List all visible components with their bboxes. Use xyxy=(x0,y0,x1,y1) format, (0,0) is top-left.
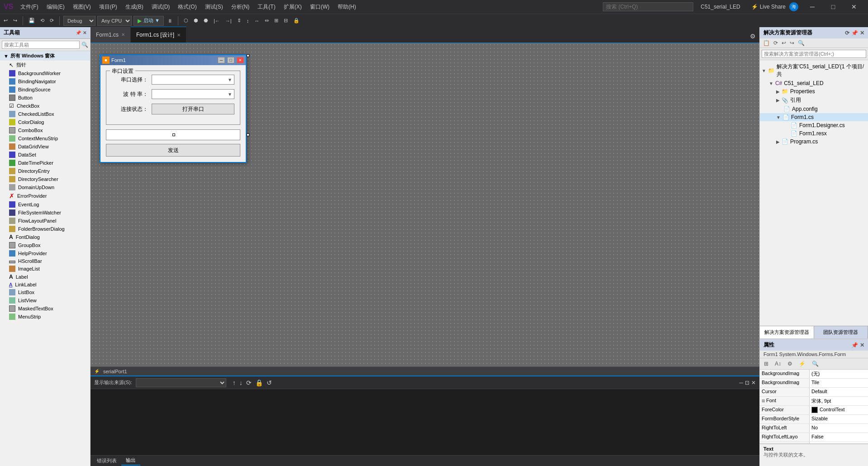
prop-value-formborderstyle[interactable]: Sizable xyxy=(810,415,868,423)
toolbox-item-button[interactable]: Button xyxy=(0,94,90,102)
prop-value-cursor[interactable]: Default xyxy=(810,388,868,396)
toolbox-search-input[interactable] xyxy=(2,41,80,49)
toolbar-align-btn-6[interactable]: ⇕ xyxy=(235,17,243,24)
toolbar-align-btn-3[interactable]: ⬣ xyxy=(202,17,210,24)
tab-form1-cs[interactable]: Form1.cs ✕ xyxy=(91,27,131,43)
tree-solution-root[interactable]: ▼ 📁 解决方案'C51_serial_LED'(1 个项目/共 xyxy=(760,62,868,79)
prop-value-backgroundimage[interactable]: (无) xyxy=(810,370,868,378)
menu-debug[interactable]: 调试(D) xyxy=(148,2,174,12)
menu-format[interactable]: 格式(O) xyxy=(174,2,200,12)
toolbox-item-dataset[interactable]: DataSet xyxy=(0,151,90,159)
output-down-btn[interactable]: ↓ xyxy=(238,379,243,386)
menu-view[interactable]: 视图(V) xyxy=(69,2,95,12)
tree-properties[interactable]: ▶ 📁 Properties xyxy=(760,87,868,95)
toolbar-align-btn-5[interactable]: →| xyxy=(224,17,234,24)
maximize-button[interactable]: □ xyxy=(823,0,844,14)
props-search-btn[interactable]: 🔍 xyxy=(810,359,821,368)
toolbox-item-flowlayoutpanel[interactable]: FlowLayoutPanel xyxy=(0,217,90,225)
toolbox-item-checkedlistbox[interactable]: CheckedListBox xyxy=(0,110,90,118)
toolbox-item-datetimepicker[interactable]: DateTimePicker xyxy=(0,159,90,167)
prop-value-font[interactable]: 宋体, 9pt xyxy=(810,397,868,405)
menu-tools[interactable]: 工具(T) xyxy=(254,2,279,12)
toolbox-item-domainupdown[interactable]: DomainUpDown xyxy=(0,183,90,191)
solution-explorer-footer-tab[interactable]: 解决方案资源管理器 xyxy=(760,326,814,338)
toolbox-pin-icon[interactable]: 📌 xyxy=(76,30,81,35)
output-wrap-btn[interactable]: ↺ xyxy=(266,379,273,386)
close-button[interactable]: ✕ xyxy=(844,0,864,14)
solution-search-input[interactable] xyxy=(762,50,866,58)
toolbox-item-directorysearcher[interactable]: DirectorySearcher xyxy=(0,175,90,183)
minimize-button[interactable]: ─ xyxy=(802,0,823,14)
form-minimize-btn[interactable]: ─ xyxy=(218,57,225,63)
solution-sync-icon[interactable]: ⟳ xyxy=(845,30,849,36)
toolbox-item-maskedtextbox[interactable]: MaskedTextBox xyxy=(0,304,90,313)
tree-programcs[interactable]: ▶ 📄 Program.cs xyxy=(760,138,868,146)
props-alphabetical-btn[interactable]: A↕ xyxy=(773,359,783,368)
output-float-icon[interactable]: ⊡ xyxy=(745,380,749,386)
baud-dropdown[interactable]: ▼ xyxy=(152,89,234,99)
toolbox-item-folderbrowserdialog[interactable]: FolderBrowserDialog xyxy=(0,225,90,233)
resize-handle-right[interactable] xyxy=(247,54,249,57)
prop-value-righttoleftlayout[interactable]: False xyxy=(810,433,868,442)
toolbox-item-listview[interactable]: ListView xyxy=(0,296,90,304)
prop-value-forecolor[interactable]: ControlText xyxy=(810,406,868,414)
toolbar-align-btn-1[interactable]: ⬡ xyxy=(182,17,190,24)
prop-value-righttoleft[interactable]: No xyxy=(810,424,868,433)
toolbox-item-errorprovider[interactable]: ✗ ErrorProvider xyxy=(0,191,90,200)
output-clear-btn[interactable]: ⟳ xyxy=(245,379,253,386)
toolbox-item-pointer[interactable]: ↖ 指针 xyxy=(0,61,90,69)
prop-value-backgroundimagelayout[interactable]: Tile xyxy=(810,379,868,387)
output-lock-btn[interactable]: 🔒 xyxy=(254,379,264,386)
global-search-input[interactable] xyxy=(603,2,693,11)
solution-tool-filter[interactable]: 🔍 xyxy=(796,39,806,47)
tree-references[interactable]: ▶ 📎 引用 xyxy=(760,95,868,105)
solution-close-icon[interactable]: ✕ xyxy=(860,30,864,36)
toolbar-align-btn-8[interactable]: ↔ xyxy=(253,17,261,24)
toolbox-item-checkbox[interactable]: ☑ CheckBox xyxy=(0,102,90,110)
menu-extend[interactable]: 扩展(X) xyxy=(280,2,305,12)
toolbar-align-btn-7[interactable]: ↕ xyxy=(245,17,251,24)
toolbar-save-btn[interactable]: 💾 xyxy=(27,17,37,24)
menu-test[interactable]: 测试(S) xyxy=(201,2,227,12)
toolbox-item-fontdialog[interactable]: A FontDialog xyxy=(0,233,90,241)
tab-settings-icon[interactable]: ⚙ xyxy=(746,30,759,43)
open-port-button[interactable]: 打开串口 xyxy=(152,104,234,114)
solution-tool-props[interactable]: 📋 xyxy=(762,39,771,47)
form-maximize-btn[interactable]: □ xyxy=(227,57,234,63)
tree-appconfig[interactable]: 📄 App.config xyxy=(760,105,868,113)
toolbox-item-groupbox[interactable]: GroupBox xyxy=(0,241,90,249)
tree-project[interactable]: ▼ C# C51_serial_LED xyxy=(760,79,868,87)
designer-area[interactable]: ■ Form1 ─ □ ✕ 串口设置 串口选择： xyxy=(91,43,759,366)
toolbox-item-eventlog[interactable]: EventLog xyxy=(0,200,90,209)
tab-output[interactable]: 输出 xyxy=(121,456,140,466)
toolbar-pause-btn[interactable]: ⏸ xyxy=(166,17,174,24)
menu-help[interactable]: 帮助(H) xyxy=(334,2,360,12)
toolbox-item-menustrip[interactable]: MenuStrip xyxy=(0,313,90,321)
toolbox-item-bindingsource[interactable]: BindingSource xyxy=(0,86,90,94)
toolbar-redo-btn[interactable]: ⟳ xyxy=(48,17,56,24)
output-source-select[interactable] xyxy=(136,378,226,387)
toolbar-forward-btn[interactable]: ↪ xyxy=(11,17,19,24)
toolbox-item-datagridview[interactable]: DataGridView xyxy=(0,143,90,151)
toolbar-align-btn-4[interactable]: |← xyxy=(212,17,222,24)
toolbox-item-bindingnavigator[interactable]: BindingNavigator xyxy=(0,77,90,86)
tab-form1-designer[interactable]: Form1.cs [设计] ✕ xyxy=(131,27,186,43)
toolbar-align-btn-12[interactable]: 🔒 xyxy=(291,17,301,24)
toolbar-undo-btn[interactable]: ⟲ xyxy=(38,17,46,24)
user-avatar[interactable]: 海 xyxy=(789,2,798,11)
toolbox-item-linklabel[interactable]: A LinkLabel xyxy=(0,281,90,288)
props-close-icon[interactable]: ✕ xyxy=(860,342,864,348)
toolbox-item-filesystemwatcher[interactable]: FileSystemWatcher xyxy=(0,209,90,217)
resize-handle-bottom-left[interactable] xyxy=(172,133,175,136)
toolbox-item-listbox[interactable]: ListBox xyxy=(0,288,90,296)
toolbox-category-all-windows[interactable]: ▼ 所有 Windows 窗体 xyxy=(0,51,90,61)
toolbar-align-btn-2[interactable]: ⬢ xyxy=(192,17,200,24)
menu-file[interactable]: 文件(F) xyxy=(17,2,42,12)
form-window[interactable]: ■ Form1 ─ □ ✕ 串口设置 串口选择： xyxy=(100,54,247,163)
toolbar-align-btn-10[interactable]: ⊞ xyxy=(272,17,280,24)
port-dropdown[interactable]: ▼ xyxy=(152,75,234,85)
tab-form1-cs-close[interactable]: ✕ xyxy=(121,32,125,37)
menu-analyze[interactable]: 分析(N) xyxy=(228,2,253,12)
solution-pin-icon[interactable]: 📌 xyxy=(851,30,858,36)
props-events-btn[interactable]: ⚡ xyxy=(796,359,808,368)
